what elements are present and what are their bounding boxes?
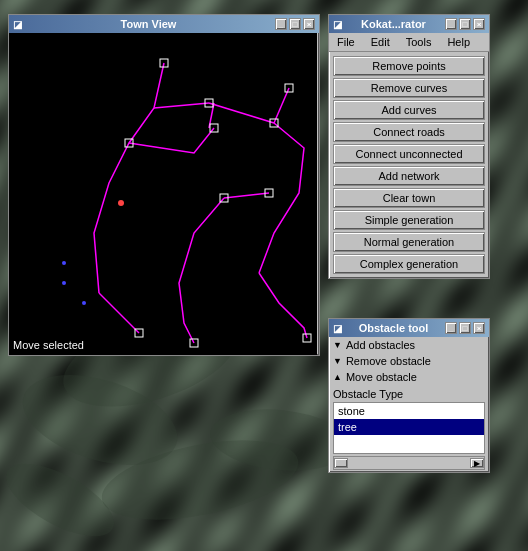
kokat-close[interactable]: × — [473, 18, 485, 30]
town-view-title: Town View — [121, 18, 177, 30]
obstacle-item-stone[interactable]: stone — [334, 403, 484, 419]
obstacle-maximize[interactable]: □ — [459, 322, 471, 334]
kokat-controls: _ □ × — [445, 18, 485, 30]
obstacle-close[interactable]: × — [473, 322, 485, 334]
connect-roads-button[interactable]: Connect roads — [333, 122, 485, 142]
obstacle-item-tree[interactable]: tree — [334, 419, 484, 435]
complex-generation-button[interactable]: Complex generation — [333, 254, 485, 274]
move-obstacle-label: Move obstacle — [346, 371, 417, 383]
menu-tools[interactable]: Tools — [402, 35, 436, 49]
move-obstacle-section[interactable]: ▲ Move obstacle — [329, 369, 489, 385]
menu-file[interactable]: File — [333, 35, 359, 49]
kokat-title: Kokat...rator — [361, 18, 426, 30]
add-obstacles-arrow: ▼ — [333, 340, 342, 350]
remove-curves-button[interactable]: Remove curves — [333, 78, 485, 98]
kokat-minimize[interactable]: _ — [445, 18, 457, 30]
menu-edit[interactable]: Edit — [367, 35, 394, 49]
obstacle-title: Obstacle tool — [359, 322, 429, 334]
town-view-close[interactable]: × — [303, 18, 315, 30]
move-selected-label: Move selected — [13, 339, 84, 351]
menu-help[interactable]: Help — [443, 35, 474, 49]
add-obstacles-section[interactable]: ▼ Add obstacles — [329, 337, 489, 353]
town-view-maximize[interactable]: □ — [289, 18, 301, 30]
remove-obstacle-arrow: ▼ — [333, 356, 342, 366]
remove-obstacle-label: Remove obstacle — [346, 355, 431, 367]
kokat-window: ◪ Kokat...rator _ □ × File Edit Tools He… — [328, 14, 490, 279]
town-view-controls: _ □ × — [275, 18, 315, 30]
obstacle-controls: _ □ × — [445, 322, 485, 334]
simple-generation-button[interactable]: Simple generation — [333, 210, 485, 230]
kokat-toolbar: Remove points Remove curves Add curves C… — [329, 52, 489, 278]
clear-town-button[interactable]: Clear town — [333, 188, 485, 208]
move-obstacle-arrow: ▲ — [333, 372, 342, 382]
town-view-canvas[interactable]: Move selected — [9, 33, 317, 355]
scrollbar-right-btn[interactable]: ▶ — [470, 458, 484, 468]
town-view-minimize[interactable]: _ — [275, 18, 287, 30]
town-view-window: ◪ Town View _ □ × Move selected — [8, 14, 320, 356]
obstacle-minimize[interactable]: _ — [445, 322, 457, 334]
kokat-title-bar: ◪ Kokat...rator _ □ × — [329, 15, 489, 33]
obstacle-icon: ◪ — [333, 323, 342, 334]
remove-points-button[interactable]: Remove points — [333, 56, 485, 76]
town-view-title-bar: ◪ Town View _ □ × — [9, 15, 319, 33]
normal-generation-button[interactable]: Normal generation — [333, 232, 485, 252]
obstacle-scrollbar[interactable]: ▶ — [333, 456, 485, 470]
road-drawing — [9, 33, 317, 355]
kokat-maximize[interactable]: □ — [459, 18, 471, 30]
connect-unconnected-button[interactable]: Connect unconnected — [333, 144, 485, 164]
obstacle-title-bar: ◪ Obstacle tool _ □ × — [329, 319, 489, 337]
remove-obstacle-section[interactable]: ▼ Remove obstacle — [329, 353, 489, 369]
obstacle-type-list[interactable]: stone tree — [333, 402, 485, 454]
obstacle-type-heading: Obstacle Type — [329, 385, 489, 402]
add-obstacles-label: Add obstacles — [346, 339, 415, 351]
kokat-icon: ◪ — [333, 19, 342, 30]
add-curves-button[interactable]: Add curves — [333, 100, 485, 120]
town-view-icon: ◪ — [13, 19, 22, 30]
obstacle-tool-window: ◪ Obstacle tool _ □ × ▼ Add obstacles ▼ … — [328, 318, 490, 473]
kokat-menu-bar: File Edit Tools Help — [329, 33, 489, 52]
add-network-button[interactable]: Add network — [333, 166, 485, 186]
scrollbar-thumb[interactable] — [334, 458, 348, 468]
